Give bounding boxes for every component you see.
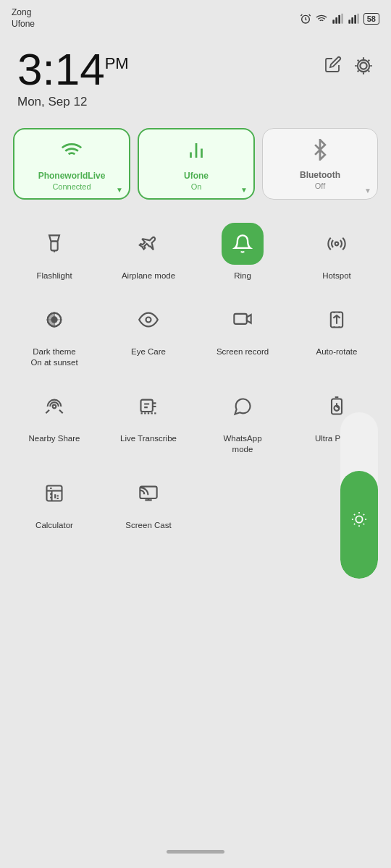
svg-line-35	[354, 514, 355, 515]
tile-hotspot[interactable]: Hotspot	[290, 216, 384, 292]
flashlight-icon-wrap	[33, 223, 75, 265]
tile-autorotate[interactable]: Auto-rotate	[290, 292, 384, 378]
signal2-icon	[348, 13, 359, 25]
svg-rect-4	[341, 13, 343, 23]
svg-rect-2	[335, 17, 337, 24]
eyecare-icon-wrap	[127, 299, 169, 341]
mobile-expand-arrow: ▼	[240, 186, 248, 194]
nearbyshare-label: Nearby Share	[29, 433, 80, 444]
screencast-icon-wrap	[127, 472, 169, 514]
bluetooth-card-icon	[309, 139, 331, 166]
calculator-icon-wrap	[33, 472, 75, 514]
alarm-icon	[300, 13, 311, 25]
mobile-card-icon	[185, 140, 207, 166]
svg-rect-6	[351, 17, 353, 24]
svg-point-9	[360, 63, 366, 69]
wifi-card-icon	[61, 140, 83, 166]
svg-line-36	[363, 524, 364, 524]
livetranscribe-label: Live Transcribe	[120, 433, 177, 444]
brightness-icon	[351, 511, 367, 537]
flashlight-label: Flashlight	[36, 271, 72, 281]
livetranscribe-icon-wrap	[127, 386, 169, 427]
whatsapp-icon-wrap	[222, 386, 264, 427]
clock-display: 3:14PM	[17, 47, 129, 92]
clock-ampm: PM	[105, 55, 129, 73]
ring-icon-wrap	[222, 223, 264, 265]
eyecare-label: Eye Care	[131, 346, 166, 357]
airplane-label: Airplane mode	[122, 271, 175, 281]
airplane-icon-wrap	[127, 223, 169, 265]
svg-point-23	[53, 405, 56, 409]
tile-screenrecord[interactable]: Screen record	[196, 292, 290, 378]
clock-area: 3:14PM Mon, Sep 12	[0, 33, 391, 116]
bluetooth-card-name: Bluetooth	[300, 170, 340, 180]
screencast-label: Screen Cast	[125, 520, 171, 531]
mobile-card-name: Ufone	[184, 171, 209, 181]
carrier1: Zong	[12, 7, 35, 19]
ring-label: Ring	[234, 271, 251, 281]
darktheme-label: Dark theme On at sunset	[30, 346, 77, 368]
tile-flashlight[interactable]: Flashlight	[7, 216, 101, 292]
status-bar: Zong Ufone 58	[0, 0, 391, 33]
svg-rect-5	[348, 20, 350, 23]
tile-screencast[interactable]: Screen Cast	[101, 465, 196, 541]
mobile-card-sub: On	[191, 182, 202, 191]
carrier2: Ufone	[12, 19, 35, 30]
tile-nearbyshare[interactable]: Nearby Share	[7, 378, 101, 465]
hotspot-icon-wrap	[316, 223, 358, 265]
battery-indicator: 58	[363, 13, 379, 25]
signal1-icon	[332, 13, 343, 25]
clock-hour: 3:14	[17, 44, 105, 94]
svg-rect-21	[234, 314, 247, 324]
svg-rect-28	[47, 485, 62, 501]
tile-calculator[interactable]: Calculator	[7, 465, 101, 541]
svg-point-27	[335, 406, 340, 411]
toggle-cards: PhoneworldLive Connected ▼ Ufone On ▼ Bl…	[0, 121, 391, 207]
tile-ring[interactable]: Ring	[196, 216, 290, 292]
wifi-icon	[316, 13, 327, 25]
screenrecord-label: Screen record	[216, 346, 269, 357]
tile-airplane[interactable]: Airplane mode	[101, 216, 196, 292]
autorotate-icon-wrap	[316, 299, 358, 341]
status-icons: 58	[300, 13, 379, 25]
tile-livetranscribe[interactable]: Live Transcribe	[101, 378, 196, 465]
svg-point-32	[356, 516, 362, 523]
quick-tiles: Flashlight Airplane mode Ring Hotspot	[0, 207, 391, 541]
whatsapp-label: WhatsApp mode	[223, 433, 261, 455]
edit-icon[interactable]	[324, 56, 342, 80]
bluetooth-expand-arrow: ▼	[364, 187, 371, 195]
tile-eyecare[interactable]: Eye Care	[101, 292, 196, 378]
wifi-card[interactable]: PhoneworldLive Connected ▼	[13, 128, 130, 200]
nearbyshare-icon-wrap	[33, 386, 75, 427]
tile-darktheme[interactable]: Dark theme On at sunset	[7, 292, 101, 378]
svg-line-39	[354, 524, 355, 524]
clock-date: Mon, Sep 12	[17, 95, 129, 109]
brightness-fill	[340, 471, 378, 579]
svg-rect-7	[354, 14, 356, 23]
svg-rect-8	[357, 13, 359, 23]
wifi-card-sub: Connected	[52, 182, 91, 191]
svg-rect-3	[338, 14, 340, 23]
svg-rect-24	[141, 400, 153, 412]
brightness-slider[interactable]	[340, 412, 378, 579]
svg-point-20	[146, 318, 151, 323]
wifi-card-name: PhoneworldLive	[38, 171, 106, 181]
hotspot-label: Hotspot	[322, 271, 351, 281]
svg-line-40	[363, 514, 364, 515]
autorotate-label: Auto-rotate	[316, 346, 358, 357]
calculator-label: Calculator	[35, 520, 73, 531]
battery-level: 58	[367, 14, 376, 23]
svg-rect-14	[51, 242, 57, 251]
carrier-info: Zong Ufone	[12, 7, 35, 30]
mobile-card[interactable]: Ufone On ▼	[138, 128, 255, 200]
bluetooth-card-sub: Off	[315, 182, 325, 190]
settings-icon[interactable]	[353, 56, 374, 80]
svg-point-16	[335, 242, 339, 246]
bottom-handle	[167, 850, 224, 854]
tile-whatsapp[interactable]: WhatsApp mode	[196, 378, 290, 465]
svg-rect-1	[332, 20, 335, 23]
wifi-expand-arrow: ▼	[116, 186, 123, 194]
screenrecord-icon-wrap	[222, 299, 264, 341]
bluetooth-card[interactable]: Bluetooth Off ▼	[262, 128, 378, 200]
darktheme-icon-wrap	[33, 299, 75, 341]
